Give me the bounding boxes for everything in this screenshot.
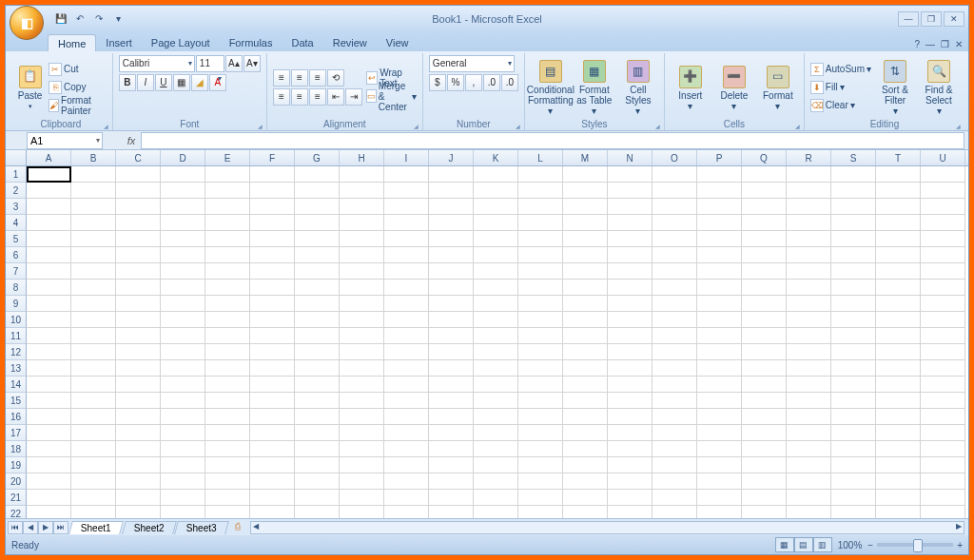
cell[interactable]: [295, 280, 340, 296]
cell[interactable]: [876, 280, 921, 296]
cell[interactable]: [787, 360, 831, 377]
cell[interactable]: [27, 490, 71, 506]
cell[interactable]: [116, 263, 161, 280]
cell[interactable]: [340, 247, 384, 263]
cell[interactable]: [697, 344, 742, 360]
cell[interactable]: [250, 183, 295, 199]
row-header[interactable]: 3: [6, 199, 27, 215]
prev-sheet-button[interactable]: ◀: [23, 521, 38, 534]
cell[interactable]: [876, 199, 921, 215]
cell[interactable]: [563, 490, 608, 506]
cell[interactable]: [161, 183, 205, 199]
delete-cells-button[interactable]: ➖Delete ▾: [714, 55, 754, 119]
cell[interactable]: [563, 215, 608, 231]
cell[interactable]: [205, 506, 250, 518]
cell[interactable]: [340, 215, 384, 231]
cell[interactable]: [384, 377, 429, 393]
cell[interactable]: [742, 280, 787, 296]
cell[interactable]: [787, 199, 831, 215]
bold-button[interactable]: B: [119, 74, 136, 91]
cell[interactable]: [742, 441, 787, 457]
cell[interactable]: [563, 344, 608, 360]
cell[interactable]: [27, 409, 71, 425]
cell[interactable]: [205, 393, 250, 409]
cell[interactable]: [742, 296, 787, 312]
cell[interactable]: [161, 296, 205, 312]
cell[interactable]: [876, 473, 921, 490]
cell[interactable]: [384, 215, 429, 231]
column-header[interactable]: U: [921, 150, 965, 165]
cell[interactable]: [429, 183, 474, 199]
cell[interactable]: [876, 312, 921, 328]
insert-cells-button[interactable]: ➕Insert ▾: [671, 55, 711, 119]
cell[interactable]: [116, 199, 161, 215]
cell[interactable]: [474, 199, 518, 215]
cell[interactable]: [563, 473, 608, 490]
cell[interactable]: [27, 231, 71, 247]
tab-page-layout[interactable]: Page Layout: [142, 34, 220, 51]
cell[interactable]: [563, 247, 608, 263]
cell[interactable]: [429, 344, 474, 360]
cell[interactable]: [27, 166, 71, 183]
cut-button[interactable]: ✂Cut: [49, 61, 107, 78]
cell[interactable]: [876, 296, 921, 312]
cell[interactable]: [518, 377, 563, 393]
cell[interactable]: [429, 457, 474, 473]
cell[interactable]: [429, 506, 474, 518]
cell[interactable]: [831, 360, 876, 377]
cell[interactable]: [653, 409, 697, 425]
cell[interactable]: [921, 377, 965, 393]
cell[interactable]: [787, 344, 831, 360]
cell[interactable]: [653, 506, 697, 518]
cell[interactable]: [205, 425, 250, 441]
cell[interactable]: [27, 199, 71, 215]
cell[interactable]: [340, 393, 384, 409]
cell[interactable]: [563, 183, 608, 199]
cell[interactable]: [563, 199, 608, 215]
cell[interactable]: [250, 199, 295, 215]
cell[interactable]: [116, 409, 161, 425]
cell[interactable]: [27, 360, 71, 377]
row-header[interactable]: 4: [6, 215, 27, 231]
cell[interactable]: [295, 166, 340, 183]
cell[interactable]: [921, 490, 965, 506]
font-name-combo[interactable]: Calibri: [119, 55, 195, 72]
orientation-button[interactable]: ⟲: [327, 69, 344, 87]
cell[interactable]: [340, 425, 384, 441]
cell[interactable]: [116, 312, 161, 328]
row-header[interactable]: 8: [6, 280, 27, 296]
cell[interactable]: [384, 506, 429, 518]
grow-font-button[interactable]: A▴: [225, 55, 243, 72]
cell[interactable]: [831, 328, 876, 344]
cell[interactable]: [653, 393, 697, 409]
cell[interactable]: [787, 441, 831, 457]
cell[interactable]: [384, 360, 429, 377]
cell[interactable]: [876, 215, 921, 231]
cell[interactable]: [429, 215, 474, 231]
cell[interactable]: [250, 231, 295, 247]
column-header[interactable]: E: [205, 150, 250, 165]
cell[interactable]: [71, 506, 116, 518]
row-header[interactable]: 2: [6, 183, 27, 199]
cell[interactable]: [653, 280, 697, 296]
cell[interactable]: [474, 328, 518, 344]
cell[interactable]: [116, 360, 161, 377]
cell[interactable]: [161, 506, 205, 518]
cell[interactable]: [518, 231, 563, 247]
cell[interactable]: [340, 312, 384, 328]
cell[interactable]: [608, 473, 653, 490]
tab-data[interactable]: Data: [282, 34, 322, 51]
column-header[interactable]: F: [250, 150, 295, 165]
cell[interactable]: [384, 231, 429, 247]
first-sheet-button[interactable]: ⏮: [8, 521, 23, 534]
cell[interactable]: [340, 296, 384, 312]
cell[interactable]: [474, 247, 518, 263]
cell[interactable]: [250, 490, 295, 506]
cell[interactable]: [429, 166, 474, 183]
cell[interactable]: [27, 247, 71, 263]
cell[interactable]: [697, 280, 742, 296]
cell[interactable]: [161, 280, 205, 296]
cell[interactable]: [161, 231, 205, 247]
cell[interactable]: [429, 280, 474, 296]
cell[interactable]: [384, 409, 429, 425]
